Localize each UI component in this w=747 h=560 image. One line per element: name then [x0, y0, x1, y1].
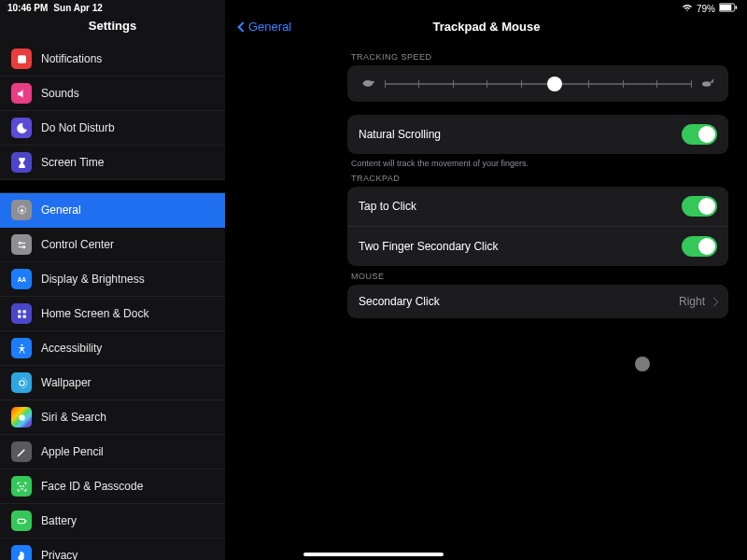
sidebar-item-siri[interactable]: Siri & Search — [0, 400, 225, 435]
slider-track[interactable] — [385, 83, 691, 85]
sidebar-item-homescreen[interactable]: Home Screen & Dock — [0, 297, 225, 331]
section-tracking-speed: TRACKING SPEED — [347, 47, 728, 65]
status-bar: 10:46 PM Sun Apr 12 — [0, 0, 225, 13]
svg-text:AA: AA — [17, 276, 26, 283]
sidebar-item-notifications[interactable]: Notifications — [0, 42, 225, 77]
row-label: Natural Scrolling — [359, 128, 441, 141]
row-label: Secondary Click — [359, 295, 440, 308]
sidebar-item-label: Siri & Search — [41, 411, 106, 424]
svg-rect-9 — [18, 315, 21, 317]
sidebar-item-dnd[interactable]: Do Not Disturb — [0, 111, 225, 146]
sidebar-item-label: Wallpaper — [41, 376, 92, 389]
main-panel: 79% General Trackpad & Mouse TRACKING SP… — [226, 0, 747, 560]
section-mouse: MOUSE — [347, 266, 728, 285]
svg-point-11 — [21, 343, 22, 345]
sidebar-item-battery[interactable]: Battery — [0, 504, 225, 539]
sidebar-item-label: Face ID & Passcode — [41, 480, 143, 493]
sidebar-item-label: Accessibility — [41, 342, 102, 355]
tracking-speed-card — [347, 65, 728, 102]
slider-knob[interactable] — [547, 77, 562, 91]
sidebar-item-display[interactable]: AA Display & Brightness — [0, 262, 225, 297]
sidebar-item-label: Battery — [41, 514, 77, 527]
chevron-right-icon — [710, 297, 719, 306]
svg-point-15 — [22, 485, 23, 486]
toggle-natural-scrolling[interactable] — [682, 124, 717, 145]
sidebar-item-label: Do Not Disturb — [41, 121, 115, 134]
svg-point-4 — [22, 245, 24, 247]
svg-rect-8 — [22, 310, 25, 313]
row-label: Tap to Click — [359, 200, 416, 213]
sidebar-item-label: Privacy — [41, 549, 78, 560]
turtle-icon — [360, 77, 375, 91]
sidebar-gap — [0, 180, 225, 193]
page-title: Trackpad & Mouse — [226, 20, 747, 34]
rabbit-icon — [700, 77, 715, 91]
svg-rect-22 — [720, 5, 732, 11]
notifications-icon — [11, 49, 32, 69]
home-indicator[interactable] — [303, 553, 444, 556]
trackpad-card: Tap to Click Two Finger Secondary Click — [347, 187, 728, 266]
svg-point-26 — [702, 81, 711, 86]
settings-sidebar: 10:46 PM Sun Apr 12 Settings Notificatio… — [0, 0, 226, 560]
sidebar-item-privacy[interactable]: Privacy — [0, 539, 225, 560]
svg-point-25 — [372, 81, 374, 84]
sidebar-item-label: Sounds — [41, 87, 79, 100]
row-tap-to-click[interactable]: Tap to Click — [347, 187, 728, 226]
pencil-icon — [11, 441, 32, 462]
row-label: Two Finger Secondary Click — [359, 240, 498, 253]
display-icon: AA — [11, 269, 32, 289]
svg-rect-10 — [22, 315, 25, 317]
sidebar-item-general[interactable]: General — [0, 193, 225, 228]
siri-icon — [11, 407, 32, 427]
sidebar-item-control-center[interactable]: Control Center — [0, 228, 225, 262]
accessibility-icon — [11, 338, 32, 358]
sidebar-item-label: Display & Brightness — [41, 273, 145, 286]
moon-icon — [11, 118, 32, 138]
pointer-cursor — [635, 357, 650, 371]
switches-icon — [11, 234, 32, 255]
row-natural-scrolling[interactable]: Natural Scrolling — [347, 115, 728, 154]
svg-rect-23 — [736, 6, 738, 8]
sidebar-item-sounds[interactable]: Sounds — [0, 77, 225, 111]
gear-icon — [11, 200, 32, 220]
svg-rect-17 — [25, 520, 26, 522]
mouse-card: Secondary Click Right — [347, 285, 728, 318]
sidebar-item-label: Home Screen & Dock — [41, 307, 148, 320]
hand-icon — [11, 545, 32, 560]
battery-icon — [11, 511, 32, 531]
sidebar-item-accessibility[interactable]: Accessibility — [0, 331, 225, 366]
sidebar-item-screentime[interactable]: Screen Time — [0, 146, 225, 180]
hourglass-icon — [11, 152, 32, 173]
svg-point-2 — [19, 242, 21, 244]
home-grid-icon — [11, 303, 32, 324]
sidebar-item-label: General — [41, 203, 81, 217]
svg-point-14 — [20, 485, 21, 486]
row-secondary-click[interactable]: Secondary Click Right — [347, 285, 728, 318]
secondary-click-value: Right — [679, 295, 705, 308]
toggle-tap-to-click[interactable] — [682, 196, 717, 217]
sidebar-item-label: Apple Pencil — [41, 445, 104, 458]
sidebar-item-label: Control Center — [41, 238, 114, 251]
battery-status-icon — [719, 3, 738, 14]
status-battery-pct: 79% — [697, 4, 715, 14]
sidebar-list[interactable]: Notifications Sounds Do Not Disturb Scre… — [0, 42, 225, 560]
status-date: Sun Apr 12 — [53, 3, 102, 13]
svg-point-12 — [19, 380, 23, 385]
sidebar-item-label: Screen Time — [41, 156, 104, 169]
row-two-finger-secondary[interactable]: Two Finger Secondary Click — [347, 226, 728, 266]
section-trackpad: TRACKPAD — [347, 168, 728, 187]
faceid-icon — [11, 476, 32, 497]
sidebar-item-pencil[interactable]: Apple Pencil — [0, 435, 225, 469]
svg-rect-16 — [18, 519, 25, 523]
svg-point-1 — [20, 208, 22, 211]
toggle-two-finger-secondary[interactable] — [682, 236, 717, 257]
status-bar-right: 79% — [226, 0, 747, 14]
tracking-speed-slider[interactable] — [347, 65, 728, 102]
nav-bar: General Trackpad & Mouse — [226, 14, 747, 43]
sidebar-item-faceid[interactable]: Face ID & Passcode — [0, 469, 225, 504]
svg-rect-7 — [18, 310, 21, 313]
sidebar-item-wallpaper[interactable]: Wallpaper — [0, 366, 225, 400]
natural-scrolling-note: Content will track the movement of your … — [347, 154, 728, 168]
sidebar-title: Settings — [0, 13, 225, 42]
svg-point-24 — [363, 80, 374, 87]
